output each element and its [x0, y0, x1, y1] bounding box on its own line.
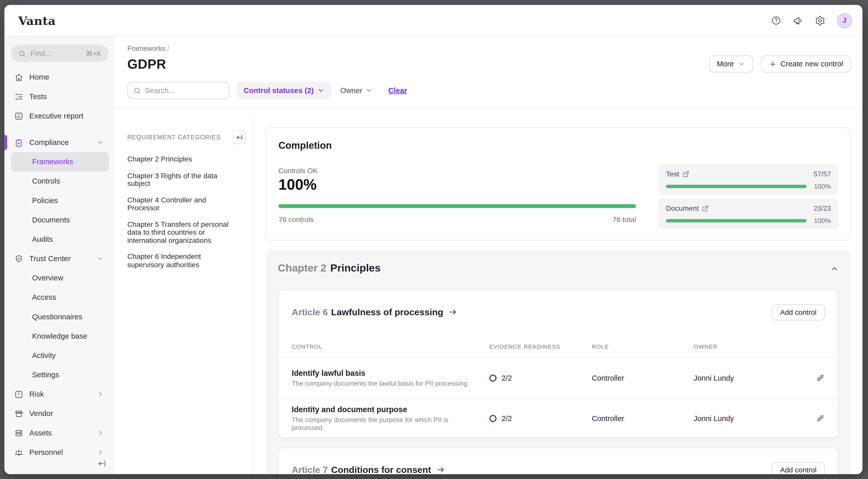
column-evidence-readiness: EVIDENCE READINESS — [490, 343, 592, 350]
active-section-indicator — [4, 135, 7, 150]
table-row[interactable]: Identify lawful basis The company docume… — [279, 357, 838, 399]
sidebar: Find... ⌘+K Home Tests Executive report … — [4, 37, 114, 474]
search-icon — [18, 50, 26, 57]
tests-icon — [14, 92, 23, 101]
shield-check-icon — [14, 254, 23, 263]
evidence-ring-icon — [490, 415, 497, 422]
top-bar: Vanta J — [4, 5, 862, 37]
table-row[interactable]: Identity and document purpose The compan… — [279, 399, 838, 438]
unlink-icon[interactable] — [814, 374, 825, 382]
breadcrumb-separator: / — [167, 45, 169, 52]
category-chapter-5[interactable]: Chapter 5 Transfers of personal data to … — [127, 220, 238, 245]
global-search-input[interactable]: Find... ⌘+K — [11, 45, 108, 62]
column-role: ROLE — [592, 343, 693, 350]
article-title[interactable]: Conditions for consent — [331, 465, 431, 474]
controls-count-label: 76 controls — [279, 215, 314, 223]
sidebar-item-risk[interactable]: Risk — [11, 384, 109, 404]
categories-header: REQUIREMENT CATEGORIES — [127, 134, 221, 140]
external-link-icon[interactable] — [702, 205, 709, 212]
find-placeholder: Find... — [31, 49, 82, 58]
control-name[interactable]: Identity and document purpose — [292, 405, 490, 414]
article-6-card: Article 6 Lawfulness of processing Add c… — [278, 289, 838, 438]
plus-icon — [769, 60, 776, 68]
sidebar-item-frameworks[interactable]: Frameworks — [11, 152, 109, 171]
panel-collapse-button[interactable] — [232, 131, 246, 144]
chevron-down-icon — [738, 60, 745, 67]
home-icon — [14, 73, 23, 82]
sidebar-item-controls[interactable]: Controls — [11, 171, 109, 191]
sidebar-item-documents[interactable]: Documents — [11, 210, 109, 230]
announcements-icon[interactable] — [793, 15, 803, 26]
sidebar-item-compliance[interactable]: Compliance — [11, 133, 109, 152]
chevron-down-icon — [317, 87, 324, 94]
chapter-title: Principles — [330, 262, 380, 274]
test-label: Test — [666, 170, 679, 178]
control-description: The company documents the purpose for wh… — [292, 416, 480, 432]
add-control-button[interactable]: Add control — [772, 304, 825, 320]
column-owner: OWNER — [694, 343, 814, 350]
server-icon — [14, 428, 23, 437]
unlink-icon[interactable] — [814, 414, 825, 423]
sidebar-item-personnel[interactable]: Personnel — [11, 443, 109, 462]
breadcrumb-frameworks[interactable]: Frameworks — [127, 45, 165, 52]
test-progress-bar — [666, 185, 807, 188]
control-statuses-filter[interactable]: Control statuses (2) — [237, 82, 331, 99]
filter-toolbar: Search... Control statuses (2) Owner Cle… — [127, 82, 862, 99]
external-link-icon[interactable] — [683, 170, 689, 177]
sidebar-item-executive-report[interactable]: Executive report — [11, 106, 109, 126]
sidebar-item-assets[interactable]: Assets — [11, 423, 109, 443]
more-button[interactable]: More — [709, 56, 752, 72]
arrow-right-icon[interactable] — [448, 308, 457, 317]
completion-title: Completion — [279, 140, 838, 152]
document-progress-bar — [666, 219, 807, 222]
category-chapter-6[interactable]: Chapter 6 Independent supervisory author… — [127, 253, 238, 269]
sidebar-item-activity[interactable]: Activity — [11, 346, 109, 365]
chevron-right-icon — [97, 449, 104, 456]
create-new-control-button[interactable]: Create new control — [761, 56, 851, 72]
owner-value: Jonni Lundy — [694, 414, 814, 422]
sidebar-item-home[interactable]: Home — [11, 67, 109, 87]
sidebar-item-questionnaires[interactable]: Questionnaires — [11, 307, 109, 326]
chevron-up-icon[interactable] — [830, 264, 839, 273]
article-7-card: Article 7 Conditions for consent Add con… — [278, 447, 838, 474]
chevron-down-icon — [97, 139, 104, 146]
sidebar-item-policies[interactable]: Policies — [11, 191, 109, 210]
article-prefix: Article 7 — [292, 465, 328, 474]
report-icon — [14, 111, 23, 120]
sidebar-item-settings[interactable]: Settings — [11, 365, 109, 384]
sidebar-item-trust-center[interactable]: Trust Center — [11, 249, 109, 268]
sidebar-item-tests[interactable]: Tests — [11, 87, 109, 106]
vanta-logo: Vanta — [18, 13, 56, 27]
evidence-count: 2/2 — [501, 374, 512, 382]
settings-gear-icon[interactable] — [815, 15, 825, 26]
search-icon — [133, 87, 141, 94]
help-icon[interactable] — [771, 15, 781, 25]
sidebar-item-knowledge-base[interactable]: Knowledge base — [11, 326, 109, 346]
sidebar-item-overview[interactable]: Overview — [11, 268, 109, 288]
arrow-right-icon[interactable] — [436, 465, 445, 474]
people-icon — [14, 448, 23, 457]
user-avatar[interactable]: J — [837, 13, 852, 28]
evidence-count: 2/2 — [501, 414, 512, 422]
category-chapter-3[interactable]: Chapter 3 Rights of the data subject — [127, 172, 238, 188]
sidebar-item-audits[interactable]: Audits — [11, 230, 109, 249]
shortcut-hint: ⌘+K — [86, 49, 101, 58]
sidebar-item-vendor[interactable]: Vendor — [11, 404, 109, 423]
chapter-prefix: Chapter 2 — [278, 262, 327, 274]
sidebar-collapse-icon[interactable] — [97, 459, 106, 468]
page-title: GDPR — [127, 56, 166, 72]
controls-search-input[interactable]: Search... — [127, 82, 229, 99]
clear-filters-link[interactable]: Clear — [389, 86, 407, 95]
add-control-button[interactable]: Add control — [772, 462, 825, 474]
article-title[interactable]: Lawfulness of processing — [331, 307, 443, 317]
sidebar-item-access[interactable]: Access — [11, 288, 109, 307]
category-chapter-2[interactable]: Chapter 2 Principles — [127, 155, 238, 163]
completion-progress-bar — [279, 204, 636, 208]
owner-filter[interactable]: Owner — [339, 86, 374, 95]
chevron-down-icon — [365, 87, 372, 94]
content-scroll-area: Completion Controls OK 100% 76 controls … — [253, 116, 862, 474]
category-chapter-4[interactable]: Chapter 4 Controller and Processor — [127, 196, 238, 212]
control-name[interactable]: Identify lawful basis — [292, 369, 490, 377]
main-area: Frameworks / GDPR More Create new contro… — [114, 37, 862, 474]
toolbar-divider — [114, 108, 862, 108]
